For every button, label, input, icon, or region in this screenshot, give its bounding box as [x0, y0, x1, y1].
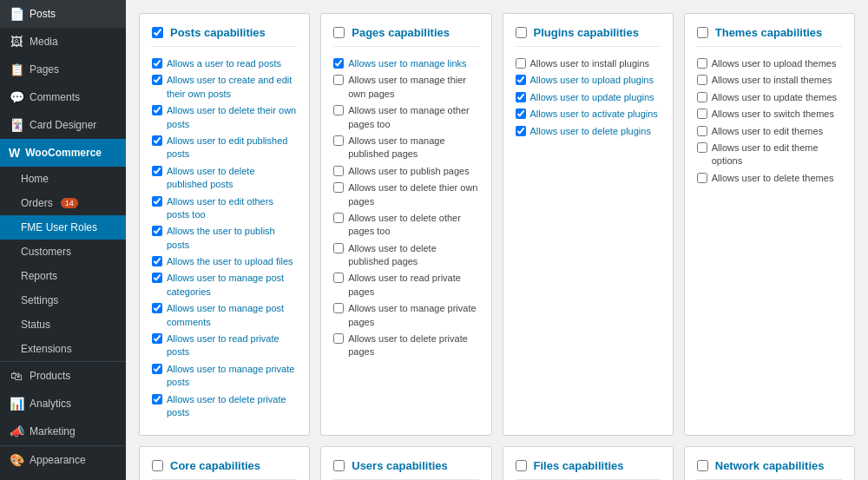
cap-checkbox-posts-2[interactable]	[152, 105, 162, 115]
cap-card-title-files: Files capabilities	[534, 459, 624, 472]
cap-item-label: Allows user to delete published pages	[348, 242, 478, 269]
cap-checkbox-pages-3[interactable]	[333, 135, 344, 146]
cap-item: Allows user to manage links	[333, 57, 478, 70]
sidebar-item-status[interactable]: Status	[0, 312, 126, 337]
cap-item: Allows user to activate plugins	[516, 108, 661, 121]
cap-item: Allows user to manage private pages	[333, 302, 478, 329]
cap-item-label: Allows user to delete thier own pages	[348, 181, 478, 208]
cap-item-label: Allows user to update themes	[712, 91, 837, 104]
sidebar-item-woocommerce[interactable]: W WooCommerce	[0, 139, 126, 167]
cap-card-header-checkbox-files[interactable]	[516, 460, 527, 471]
cap-item: Allows user to upload plugins	[516, 74, 661, 87]
cap-item-label: Allows user to manage private posts	[167, 363, 297, 390]
media-icon: 🖼	[9, 34, 24, 49]
cap-card-header-network: Network capabilities	[697, 459, 842, 480]
sidebar-item-pages[interactable]: 📋 Pages	[0, 56, 126, 83]
cap-item-label: Allows user to manage links	[348, 57, 466, 70]
cap-checkbox-themes-5[interactable]	[697, 142, 707, 153]
cap-item: Allows user to read private pages	[333, 272, 478, 299]
cap-item-label: Allows user to activate plugins	[530, 108, 658, 121]
cap-item-label: Allows user to read private posts	[167, 332, 297, 359]
sidebar-item-extensions[interactable]: Extensions	[0, 337, 126, 361]
sidebar-item-posts[interactable]: 📄 Posts	[0, 0, 126, 28]
woo-icon: W	[9, 146, 20, 160]
cap-checkbox-pages-7[interactable]	[333, 243, 344, 253]
cap-checkbox-posts-3[interactable]	[152, 135, 162, 146]
sidebar-item-orders[interactable]: Orders 14	[0, 191, 126, 215]
cap-checkbox-themes-3[interactable]	[697, 108, 707, 119]
cap-item: Allows user to read private posts	[152, 332, 297, 359]
cap-item-label: Allows user to install plugins	[530, 57, 650, 70]
cap-card-header-checkbox-core[interactable]	[152, 460, 163, 471]
sidebar-item-label: Appearance	[30, 454, 86, 466]
cap-card-header-checkbox-posts[interactable]	[152, 27, 163, 38]
cap-checkbox-posts-0[interactable]	[152, 58, 162, 69]
cap-checkbox-plugins-1[interactable]	[516, 75, 526, 85]
cap-card-header-checkbox-pages[interactable]	[333, 27, 345, 38]
sidebar-item-appearance[interactable]: 🎨 Appearance	[0, 446, 126, 474]
cap-checkbox-posts-11[interactable]	[152, 364, 162, 374]
cap-card-header-checkbox-users[interactable]	[333, 460, 345, 471]
cap-checkbox-posts-7[interactable]	[152, 256, 162, 266]
sidebar-item-comments[interactable]: 💬 Comments	[0, 83, 126, 111]
cap-checkbox-posts-12[interactable]	[152, 394, 162, 404]
cap-checkbox-posts-5[interactable]	[152, 196, 162, 207]
cap-checkbox-pages-0[interactable]	[333, 58, 344, 69]
cap-card-header-checkbox-themes[interactable]	[697, 27, 708, 38]
cap-checkbox-posts-6[interactable]	[152, 226, 162, 236]
cap-checkbox-plugins-4[interactable]	[516, 126, 526, 136]
sidebar-item-card-designer[interactable]: 🃏 Card Designer	[0, 111, 126, 139]
cap-checkbox-themes-1[interactable]	[697, 75, 707, 85]
cap-checkbox-pages-10[interactable]	[333, 333, 344, 344]
cap-item-label: Allows user to install themes	[712, 74, 832, 87]
cap-checkbox-posts-1[interactable]	[152, 75, 162, 85]
cap-item-label: Allows user to upload themes	[712, 57, 837, 70]
sidebar-item-settings[interactable]: Settings	[0, 288, 126, 312]
cap-item: Allows user to edit others posts too	[152, 195, 297, 222]
cap-card-header-checkbox-network[interactable]	[697, 460, 708, 471]
cap-checkbox-pages-5[interactable]	[333, 182, 344, 193]
cap-checkbox-pages-1[interactable]	[333, 75, 344, 85]
cap-card-header-checkbox-plugins[interactable]	[516, 27, 527, 38]
sidebar-item-label: Products	[30, 370, 70, 382]
cap-checkbox-pages-9[interactable]	[333, 303, 344, 313]
sidebar-item-media[interactable]: 🖼 Media	[0, 28, 126, 56]
cap-checkbox-themes-2[interactable]	[697, 92, 707, 102]
cap-item: Allows a user to read posts	[152, 57, 297, 70]
cap-item-label: Allows user to switch themes	[712, 108, 834, 121]
cap-card-pages: Pages capabilitiesAllows user to manage …	[320, 13, 491, 436]
sidebar-item-label: Comments	[30, 91, 80, 103]
cap-checkbox-pages-2[interactable]	[333, 105, 344, 115]
cap-checkbox-plugins-2[interactable]	[516, 92, 526, 102]
cap-item-label: Allows user to delete plugins	[530, 125, 651, 138]
cap-checkbox-pages-8[interactable]	[333, 273, 344, 283]
cap-item-label: Allows user to manage other pages too	[348, 104, 478, 131]
cap-checkbox-themes-6[interactable]	[697, 173, 707, 183]
sidebar-item-analytics[interactable]: 📊 Analytics	[0, 390, 126, 418]
sidebar-item-reports[interactable]: Reports	[0, 264, 126, 288]
cap-checkbox-themes-4[interactable]	[697, 126, 707, 136]
cap-item-label: Allows the user to publish posts	[167, 225, 297, 252]
cap-item-label: Allows user to upload plugins	[530, 74, 654, 87]
capabilities-grid: Posts capabilitiesAllows a user to read …	[139, 13, 855, 480]
cap-checkbox-posts-9[interactable]	[152, 303, 162, 313]
cap-checkbox-posts-4[interactable]	[152, 166, 162, 176]
cap-checkbox-pages-4[interactable]	[333, 166, 344, 176]
cap-item: Allows user to delete published pages	[333, 242, 478, 269]
sidebar-item-label: Orders	[21, 197, 53, 209]
cap-checkbox-plugins-0[interactable]	[516, 58, 526, 69]
cap-checkbox-themes-0[interactable]	[697, 58, 707, 69]
cap-checkbox-plugins-3[interactable]	[516, 108, 526, 119]
cap-item-label: Allows user to delete other pages too	[348, 212, 478, 239]
sidebar-item-customers[interactable]: Customers	[0, 240, 126, 264]
cap-item: Allows user to manage published pages	[333, 135, 478, 161]
cap-checkbox-pages-6[interactable]	[333, 213, 344, 223]
sidebar-item-plugins[interactable]: 🔌 Plugins 8	[0, 474, 126, 480]
cap-checkbox-posts-10[interactable]	[152, 333, 162, 344]
sidebar-item-products[interactable]: 🛍 Products	[0, 362, 126, 390]
sidebar-item-home[interactable]: Home	[0, 167, 126, 191]
cap-card-core: Core capabilitiesAllows user to manage o…	[139, 446, 310, 480]
cap-checkbox-posts-8[interactable]	[152, 273, 162, 283]
sidebar-item-fme-user-roles[interactable]: FME User Roles	[0, 215, 126, 240]
sidebar-item-marketing[interactable]: 📣 Marketing	[0, 418, 126, 445]
